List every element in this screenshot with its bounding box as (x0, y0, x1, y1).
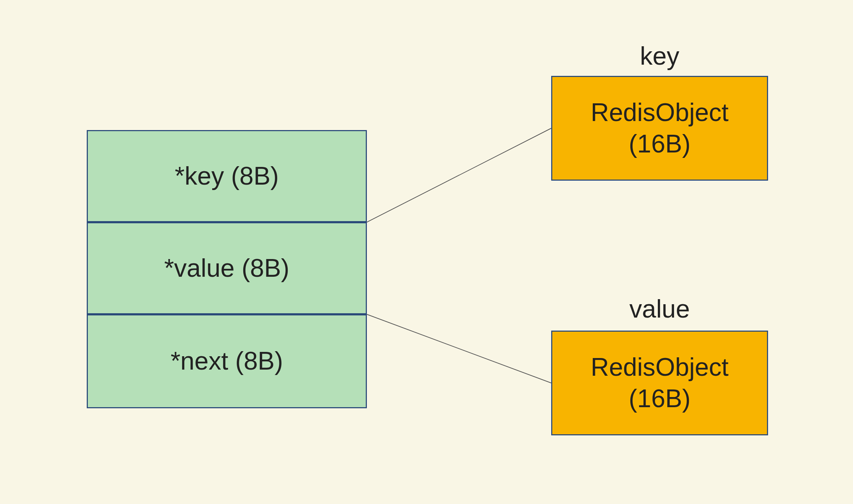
key-object-line2: (16B) (629, 128, 690, 160)
key-object-box: RedisObject (16B) (551, 76, 768, 181)
entry-next-cell: *next (8B) (87, 314, 367, 408)
entry-next-text: *next (8B) (171, 345, 283, 377)
key-label-text: key (640, 42, 680, 70)
key-object-line1: RedisObject (591, 97, 728, 129)
key-label: key (551, 42, 768, 70)
edge-key (367, 128, 551, 222)
value-object-line1: RedisObject (591, 352, 728, 383)
value-object-line2: (16B) (629, 383, 690, 415)
value-label-text: value (629, 295, 690, 323)
entry-key-cell: *key (8B) (87, 130, 367, 222)
edge-value (367, 314, 551, 383)
value-label: value (551, 294, 768, 323)
entry-key-text: *key (8B) (175, 160, 279, 192)
value-object-box: RedisObject (16B) (551, 331, 768, 435)
entry-value-cell: *value (8B) (87, 222, 367, 314)
entry-value-text: *value (8B) (164, 253, 289, 284)
